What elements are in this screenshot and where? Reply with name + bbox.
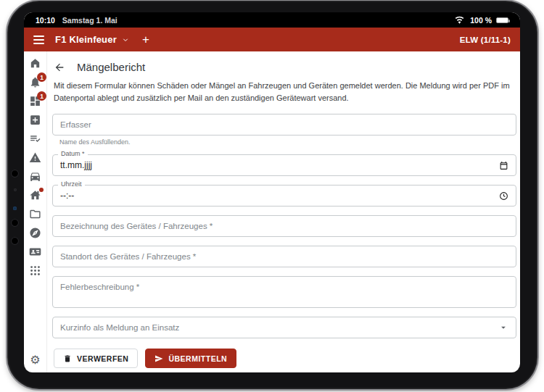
sidebar: 1 1: [24, 51, 47, 372]
erfasser-field[interactable]: [52, 114, 516, 135]
alarm-badge: 1: [37, 72, 46, 82]
warning-triangle-icon[interactable]: [29, 151, 41, 164]
bezeichnung-input[interactable]: [60, 222, 508, 230]
defect-report-form: Name des Ausfüllenden. Datum * tt.mm.jjj…: [52, 114, 516, 338]
discard-button-label: VERWERFEN: [77, 354, 128, 363]
explore-compass-icon[interactable]: [29, 227, 41, 239]
erfasser-input[interactable]: [60, 120, 508, 129]
home-icon[interactable]: [29, 57, 41, 70]
status-bar: 10:10 Samstag 1. Mai 100 %: [24, 12, 520, 28]
checklist-icon[interactable]: [29, 133, 41, 145]
standort-input[interactable]: [60, 252, 508, 261]
screen: 10:10 Samstag 1. Mai 100 % F1 Kleinfeuer…: [24, 12, 520, 372]
contacts-card-icon[interactable]: [29, 246, 41, 258]
bezel-camera-dot: [11, 219, 19, 227]
add-box-icon[interactable]: [29, 114, 41, 126]
alarm-bell-icon[interactable]: 1: [29, 76, 41, 88]
submit-button-label: ÜBERMITTELN: [168, 354, 227, 363]
datum-field[interactable]: Datum * tt.mm.jjjj: [52, 154, 516, 176]
status-time: 10:10: [36, 16, 55, 25]
bezel-camera-lens: [13, 207, 17, 210]
back-arrow-icon[interactable]: [54, 62, 65, 73]
page-title: Mängelbericht: [77, 61, 145, 73]
wifi-icon: [453, 14, 466, 26]
station-icon[interactable]: [29, 189, 41, 201]
datum-label: Datum *: [58, 150, 88, 157]
discard-button[interactable]: VERWERFEN: [54, 349, 138, 368]
send-icon: [154, 354, 163, 363]
dashboard-icon[interactable]: 1: [29, 95, 41, 107]
fehlerbeschreibung-field[interactable]: [52, 276, 516, 308]
clock-icon[interactable]: [499, 191, 508, 201]
unit-label[interactable]: ELW (1/11-1): [460, 36, 511, 44]
status-date: Samstag 1. Mai: [62, 16, 118, 25]
menu-icon[interactable]: [33, 36, 44, 44]
bezeichnung-field[interactable]: [52, 215, 516, 237]
standort-field[interactable]: [52, 246, 516, 267]
datum-value[interactable]: tt.mm.jjjj: [60, 160, 92, 170]
uhrzeit-value[interactable]: --:--: [60, 191, 74, 201]
dashboard-badge: 1: [37, 91, 46, 101]
battery-percentage: 100 %: [470, 16, 492, 25]
uhrzeit-field[interactable]: Uhrzeit --:--: [52, 185, 516, 207]
submit-button[interactable]: ÜBERMITTELN: [145, 349, 236, 368]
dropdown-caret-icon[interactable]: [498, 322, 508, 333]
calendar-icon[interactable]: [499, 161, 508, 170]
app-title[interactable]: F1 Kleinfeuer: [55, 34, 117, 45]
app-bar: F1 Kleinfeuer + ELW (1/11-1): [24, 28, 520, 51]
form-description: Mit diesem Formular können Schäden oder …: [52, 80, 516, 104]
apps-grid-icon[interactable]: [29, 264, 41, 277]
bezel-camera-dot: [11, 170, 19, 178]
fehlerbeschreibung-textarea[interactable]: [60, 283, 508, 300]
bezel-sensor-dot: [14, 188, 17, 191]
uhrzeit-label: Uhrzeit: [58, 180, 85, 188]
trash-icon: [63, 354, 72, 363]
vehicle-car-icon[interactable]: [29, 170, 41, 183]
add-button[interactable]: +: [142, 33, 149, 46]
chevron-down-icon[interactable]: [121, 36, 130, 44]
tablet-frame: 10:10 Samstag 1. Mai 100 % F1 Kleinfeuer…: [7, 1, 537, 389]
kurzinfo-placeholder: Kurzinfo als Meldung an Einsatz: [60, 323, 179, 332]
settings-gear-icon[interactable]: ⚙: [29, 354, 41, 366]
bezel-camera-dot: [11, 237, 19, 245]
maengelbericht-form-page: Mängelbericht Mit diesem Formular können…: [47, 51, 520, 372]
station-notification-dot: [39, 188, 44, 192]
folder-icon[interactable]: [29, 208, 41, 220]
battery-icon: [496, 17, 508, 23]
erfasser-helper-text: Name des Ausfüllenden.: [59, 138, 516, 146]
kurzinfo-select[interactable]: Kurzinfo als Meldung an Einsatz: [52, 317, 516, 338]
